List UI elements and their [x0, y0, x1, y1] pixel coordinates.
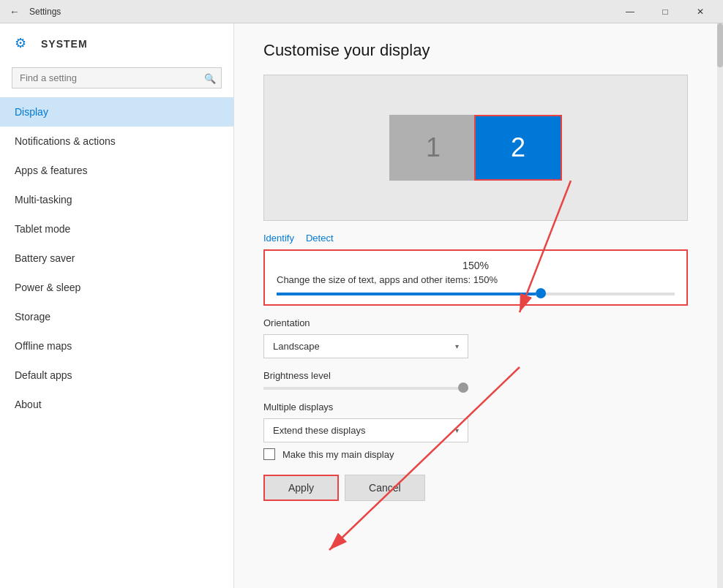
- scrollbar-track: [717, 23, 723, 588]
- multiple-displays-value: Extend these displays: [273, 425, 365, 436]
- chevron-down-icon: ▾: [455, 342, 459, 350]
- monitor-2[interactable]: 2: [474, 115, 562, 181]
- maximize-button[interactable]: □: [648, 0, 682, 23]
- main-display-row: Make this my main display: [263, 448, 688, 460]
- content-area: Customise your display 1 2 Identify Dete…: [234, 23, 723, 588]
- brightness-label: Brightness level: [263, 370, 688, 381]
- cancel-button[interactable]: Cancel: [345, 475, 425, 501]
- multiple-displays-label: Multiple displays: [263, 402, 688, 412]
- sidebar-item-default[interactable]: Default apps: [0, 361, 233, 390]
- buttons-row: Apply Cancel: [263, 475, 688, 501]
- search-input[interactable]: [12, 67, 222, 88]
- scale-label: Change the size of text, apps and other …: [277, 274, 675, 285]
- scrollbar-thumb[interactable]: [717, 23, 723, 67]
- orientation-label: Orientation: [263, 317, 688, 328]
- detect-button[interactable]: Detect: [306, 233, 334, 244]
- minimize-button[interactable]: —: [613, 0, 647, 23]
- monitor-2-label: 2: [511, 132, 525, 163]
- scale-value: 150%: [277, 260, 675, 271]
- back-button[interactable]: ←: [6, 3, 23, 20]
- sidebar-item-storage[interactable]: Storage: [0, 302, 233, 331]
- scale-slider-thumb[interactable]: [536, 288, 546, 298]
- scale-slider-track[interactable]: [277, 293, 675, 295]
- main-layout: ⚙ SYSTEM 🔍 Display Notifications & actio…: [0, 23, 723, 588]
- sidebar-item-tablet[interactable]: Tablet mode: [0, 214, 233, 244]
- scale-box: 150% Change the size of text, apps and o…: [263, 249, 688, 306]
- monitor-1[interactable]: 1: [389, 115, 477, 181]
- main-display-label: Make this my main display: [282, 449, 394, 460]
- main-display-checkbox[interactable]: [263, 448, 275, 460]
- sidebar-item-power[interactable]: Power & sleep: [0, 273, 233, 302]
- sidebar: ⚙ SYSTEM 🔍 Display Notifications & actio…: [0, 23, 234, 588]
- brightness-slider[interactable]: [263, 387, 468, 390]
- orientation-dropdown[interactable]: Landscape ▾: [263, 334, 468, 358]
- window-controls: — □ ✕: [613, 0, 717, 23]
- page-title: Customise your display: [263, 41, 688, 60]
- search-icon: 🔍: [204, 72, 216, 83]
- sidebar-item-notifications[interactable]: Notifications & actions: [0, 127, 233, 156]
- scale-slider-fill: [277, 293, 536, 295]
- content-inner: Customise your display 1 2 Identify Dete…: [234, 23, 717, 519]
- sidebar-item-multitasking[interactable]: Multi-tasking: [0, 185, 233, 214]
- orientation-value: Landscape: [273, 341, 320, 352]
- search-container: 🔍: [12, 67, 222, 88]
- sidebar-item-display[interactable]: Display: [0, 97, 233, 127]
- apply-button[interactable]: Apply: [263, 475, 339, 501]
- titlebar: ← Settings — □ ✕: [0, 0, 723, 23]
- monitor-1-label: 1: [426, 132, 441, 163]
- system-icon: ⚙: [15, 35, 32, 53]
- system-title: SYSTEM: [41, 38, 88, 50]
- sidebar-item-apps[interactable]: Apps & features: [0, 156, 233, 185]
- window-title: Settings: [29, 7, 613, 17]
- sidebar-item-battery[interactable]: Battery saver: [0, 244, 233, 273]
- close-button[interactable]: ✕: [683, 0, 717, 23]
- back-icon: ←: [10, 6, 20, 18]
- multiple-displays-dropdown[interactable]: Extend these displays ▾: [263, 418, 468, 442]
- display-preview: 1 2: [263, 75, 688, 221]
- sidebar-header: ⚙ SYSTEM: [0, 23, 233, 64]
- link-row: Identify Detect: [263, 233, 688, 244]
- chevron-down-icon-2: ▾: [455, 426, 459, 434]
- sidebar-item-offline[interactable]: Offline maps: [0, 331, 233, 361]
- sidebar-item-about[interactable]: About: [0, 390, 233, 419]
- identify-button[interactable]: Identify: [263, 233, 294, 244]
- brightness-thumb[interactable]: [458, 382, 468, 393]
